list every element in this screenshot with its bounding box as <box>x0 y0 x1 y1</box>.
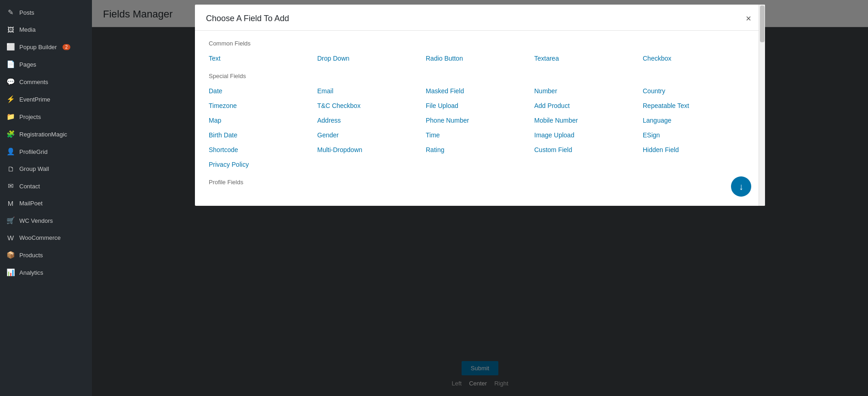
pages-icon: 📄 <box>6 60 15 68</box>
sidebar-label-mailpoet: MailPoet <box>19 200 43 207</box>
section-label-profile: Profile Fields <box>209 179 751 186</box>
field-language[interactable]: Language <box>643 115 751 125</box>
section-profile: Profile Fields <box>209 179 751 186</box>
scrollbar-thumb <box>760 6 765 42</box>
sidebar-item-popup-builder[interactable]: ⬜ Popup Builder 2 <box>0 38 92 56</box>
modal-body: Common FieldsTextDrop DownRadio ButtonTe… <box>195 31 765 206</box>
modal-close-button[interactable]: × <box>743 13 754 24</box>
sidebar-item-woocommerce[interactable]: W WooCommerce <box>0 229 92 246</box>
fields-grid-common: TextDrop DownRadio ButtonTextareaCheckbo… <box>209 53 751 63</box>
field-privacy-policy[interactable]: Privacy Policy <box>209 159 317 170</box>
sidebar-label-contact: Contact <box>19 183 40 190</box>
sidebar-item-posts[interactable]: ✎ Posts <box>0 4 92 21</box>
wc-vendors-icon: 🛒 <box>6 216 15 225</box>
field-mobile-number[interactable]: Mobile Number <box>534 115 643 125</box>
registrationmagic-icon: 🧩 <box>6 130 15 138</box>
section-label-special: Special Fields <box>209 73 751 79</box>
field-country[interactable]: Country <box>643 86 751 96</box>
field-text[interactable]: Text <box>209 53 317 63</box>
sidebar-item-contact[interactable]: ✉ Contact <box>0 177 92 195</box>
sidebar-label-popup-builder: Popup Builder <box>19 44 57 51</box>
sidebar-item-media[interactable]: 🖼 Media <box>0 21 92 38</box>
modal-overlay: Choose A Field To Add × Common FieldsTex… <box>92 0 868 396</box>
sidebar-item-eventprime[interactable]: ⚡ EventPrime <box>0 91 92 108</box>
sidebar-label-registrationmagic: RegistrationMagic <box>19 131 67 138</box>
products-icon: 📦 <box>6 251 15 259</box>
field-time[interactable]: Time <box>426 130 534 140</box>
field-gender[interactable]: Gender <box>317 130 426 140</box>
sidebar-label-comments: Comments <box>19 79 48 85</box>
sidebar: ✎ Posts 🖼 Media ⬜ Popup Builder 2 📄 Page… <box>0 0 92 396</box>
sidebar-label-analytics: Analytics <box>19 269 43 276</box>
profilegrid-icon: 👤 <box>6 147 15 156</box>
modal-scrollbar[interactable] <box>759 5 765 206</box>
section-special: Special FieldsDateEmailMasked FieldNumbe… <box>209 73 751 170</box>
field-masked-field[interactable]: Masked Field <box>426 86 534 96</box>
sidebar-label-group-wall: Group Wall <box>19 165 49 172</box>
field-shortcode[interactable]: Shortcode <box>209 145 317 155</box>
field-drop-down[interactable]: Drop Down <box>317 53 426 63</box>
sidebar-item-mailpoet[interactable]: M MailPoet <box>0 195 92 212</box>
field-custom-field[interactable]: Custom Field <box>534 145 643 155</box>
field-add-product[interactable]: Add Product <box>534 101 643 111</box>
modal-title: Choose A Field To Add <box>206 14 289 23</box>
posts-icon: ✎ <box>6 8 15 17</box>
sidebar-label-woocommerce: WooCommerce <box>19 234 61 241</box>
sidebar-item-registrationmagic[interactable]: 🧩 RegistrationMagic <box>0 125 92 143</box>
popup-builder-icon: ⬜ <box>6 43 15 51</box>
field-chooser-modal: Choose A Field To Add × Common FieldsTex… <box>195 5 765 206</box>
field-address[interactable]: Address <box>317 115 426 125</box>
field-image-upload[interactable]: Image Upload <box>534 130 643 140</box>
sidebar-label-posts: Posts <box>19 9 34 16</box>
field-esign[interactable]: ESign <box>643 130 751 140</box>
sidebar-label-pages: Pages <box>19 61 36 68</box>
fields-grid-special: DateEmailMasked FieldNumberCountryTimezo… <box>209 86 751 170</box>
sidebar-label-profilegrid: ProfileGrid <box>19 148 47 155</box>
badge-popup-builder: 2 <box>63 44 71 50</box>
sidebar-item-products[interactable]: 📦 Products <box>0 246 92 264</box>
woocommerce-icon: W <box>6 234 15 242</box>
field-rating[interactable]: Rating <box>426 145 534 155</box>
field-t-c-checkbox[interactable]: T&C Checkbox <box>317 101 426 111</box>
analytics-icon: 📊 <box>6 268 15 277</box>
chevron-down-icon: ↓ <box>739 181 743 192</box>
media-icon: 🖼 <box>6 26 15 34</box>
modal-header: Choose A Field To Add × <box>195 5 765 31</box>
field-birth-date[interactable]: Birth Date <box>209 130 317 140</box>
projects-icon: 📁 <box>6 113 15 121</box>
sidebar-label-products: Products <box>19 252 43 259</box>
sidebar-label-wc-vendors: WC Vendors <box>19 217 53 224</box>
mailpoet-icon: M <box>6 199 15 207</box>
field-map[interactable]: Map <box>209 115 317 125</box>
field-timezone[interactable]: Timezone <box>209 101 317 111</box>
field-phone-number[interactable]: Phone Number <box>426 115 534 125</box>
sidebar-item-projects[interactable]: 📁 Projects <box>0 108 92 125</box>
eventprime-icon: ⚡ <box>6 95 15 103</box>
field-checkbox[interactable]: Checkbox <box>643 53 751 63</box>
scroll-down-button[interactable]: ↓ <box>731 176 751 197</box>
comments-icon: 💬 <box>6 78 15 86</box>
main-content: Fields Manager Choose A Field To Add × C… <box>92 0 868 396</box>
field-email[interactable]: Email <box>317 86 426 96</box>
sidebar-item-profilegrid[interactable]: 👤 ProfileGrid <box>0 143 92 160</box>
field-date[interactable]: Date <box>209 86 317 96</box>
sidebar-label-media: Media <box>19 26 35 33</box>
field-radio-button[interactable]: Radio Button <box>426 53 534 63</box>
sidebar-item-group-wall[interactable]: 🗋 Group Wall <box>0 160 92 177</box>
sidebar-item-wc-vendors[interactable]: 🛒 WC Vendors <box>0 212 92 229</box>
sidebar-item-analytics[interactable]: 📊 Analytics <box>0 264 92 281</box>
field-textarea[interactable]: Textarea <box>534 53 643 63</box>
contact-icon: ✉ <box>6 182 15 190</box>
section-label-common: Common Fields <box>209 40 751 47</box>
sidebar-item-pages[interactable]: 📄 Pages <box>0 56 92 73</box>
sidebar-label-projects: Projects <box>19 113 41 120</box>
field-hidden-field[interactable]: Hidden Field <box>643 145 751 155</box>
field-multi-dropdown[interactable]: Multi-Dropdown <box>317 145 426 155</box>
field-repeatable-text[interactable]: Repeatable Text <box>643 101 751 111</box>
sidebar-item-comments[interactable]: 💬 Comments <box>0 73 92 91</box>
field-number[interactable]: Number <box>534 86 643 96</box>
group-wall-icon: 🗋 <box>6 165 15 173</box>
field-file-upload[interactable]: File Upload <box>426 101 534 111</box>
section-common: Common FieldsTextDrop DownRadio ButtonTe… <box>209 40 751 63</box>
sidebar-label-eventprime: EventPrime <box>19 96 50 103</box>
